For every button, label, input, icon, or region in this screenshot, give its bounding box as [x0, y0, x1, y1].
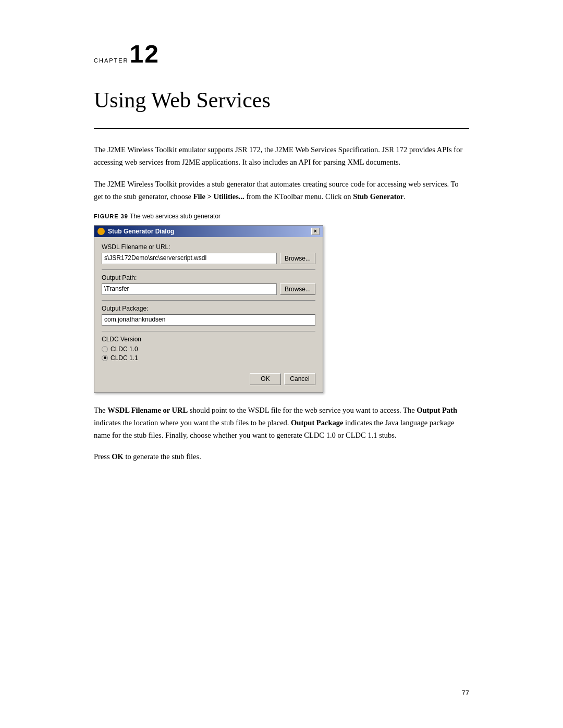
output-path-label: Output Path:	[102, 274, 315, 281]
figure-caption: FIGURE 39 The web services stub generato…	[94, 213, 469, 220]
cldc11-radio-label[interactable]: CLDC 1.1	[102, 354, 315, 362]
section-divider	[94, 128, 469, 129]
output-package-label: Output Package:	[102, 305, 315, 312]
dialog-app-icon	[97, 228, 105, 235]
output-path-input-row: \Transfer Browse...	[102, 283, 315, 295]
cldc11-radio-text: CLDC 1.1	[111, 354, 138, 362]
dialog-title: Stub Generator Dialog	[108, 228, 174, 235]
output-path-input[interactable]: \Transfer	[102, 283, 277, 295]
body-paragraph-2: The J2ME Wireless Toolkit provides a stu…	[94, 178, 469, 203]
body-paragraph-1: The J2ME Wireless Toolkit emulator suppo…	[94, 144, 469, 169]
stub-generator-dialog: Stub Generator Dialog × WSDL Filename or…	[94, 225, 323, 393]
wsdl-input-row: s\JSR172Demo\src\serverscript.wsdl Brows…	[102, 253, 315, 264]
page-title: Using Web Services	[94, 88, 469, 113]
dialog-body: WSDL Filename or URL: s\JSR172Demo\src\s…	[94, 237, 323, 392]
ok-button[interactable]: OK	[250, 373, 281, 385]
cancel-button[interactable]: Cancel	[284, 373, 315, 385]
wsdl-label: WSDL Filename or URL:	[102, 243, 315, 251]
output-package-input[interactable]: com.jonathanknudsen	[102, 314, 315, 326]
cldc10-radio-text: CLDC 1.0	[111, 346, 138, 353]
chapter-label: CHAPTER 12	[94, 42, 469, 67]
chapter-number: 12	[130, 42, 160, 67]
body-paragraph-4: Press OK to generate the stub files.	[94, 451, 469, 463]
page: CHAPTER 12 Using Web Services The J2ME W…	[0, 0, 563, 728]
dialog-divider-1	[102, 269, 315, 270]
dialog-titlebar-left: Stub Generator Dialog	[97, 228, 174, 235]
output-path-browse-button[interactable]: Browse...	[280, 283, 315, 295]
dialog-titlebar: Stub Generator Dialog ×	[94, 226, 323, 237]
chapter-word: CHAPTER	[94, 57, 129, 64]
wsdl-input[interactable]: s\JSR172Demo\src\serverscript.wsdl	[102, 253, 277, 264]
output-package-input-row: com.jonathanknudsen	[102, 314, 315, 326]
dialog-divider-2	[102, 300, 315, 301]
body-paragraph-3: The WSDL Filename or URL should point to…	[94, 404, 469, 442]
page-number: 77	[462, 689, 469, 697]
cldc10-radio-label[interactable]: CLDC 1.0	[102, 346, 315, 353]
cldc11-radio[interactable]	[102, 355, 108, 361]
dialog-close-button[interactable]: ×	[311, 228, 320, 235]
dialog-footer: OK Cancel	[102, 369, 315, 385]
cldc-radio-group: CLDC 1.0 CLDC 1.1	[102, 346, 315, 362]
cldc10-radio[interactable]	[102, 346, 108, 352]
wsdl-browse-button[interactable]: Browse...	[280, 253, 315, 264]
dialog-divider-3	[102, 331, 315, 331]
cldc-version-label: CLDC Version	[102, 336, 315, 343]
